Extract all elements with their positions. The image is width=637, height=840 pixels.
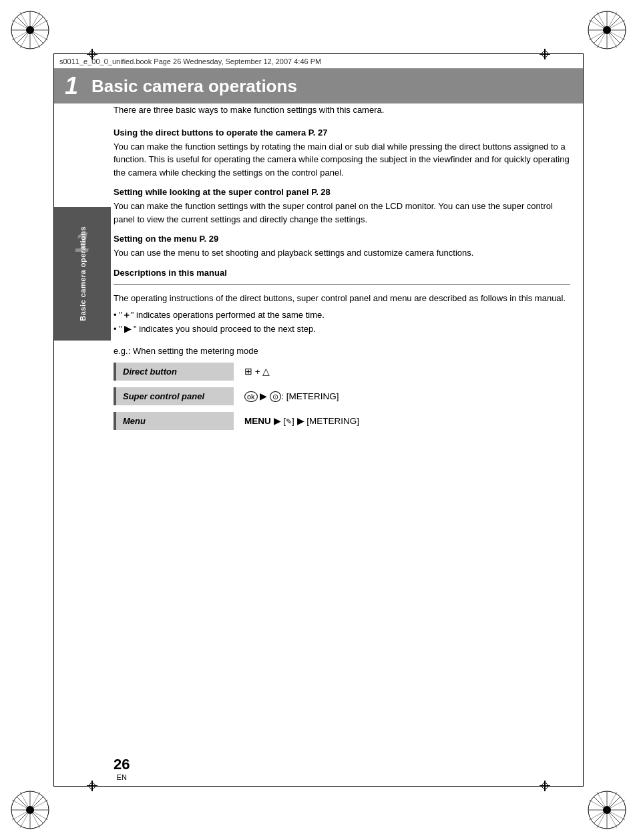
bullet-list: • "＋" indicates operations performed at … bbox=[114, 308, 570, 337]
example-intro: e.g.: When setting the metering mode bbox=[114, 346, 570, 356]
section-super-control: Setting while looking at the super contr… bbox=[114, 187, 570, 226]
direct-button-icon: ⊞ bbox=[244, 366, 252, 377]
descriptions-body: The operating instructions of the direct… bbox=[114, 292, 570, 305]
page-lang-text: EN bbox=[114, 773, 130, 781]
section-2-body: You can make the function settings with … bbox=[114, 200, 570, 226]
scp-icon1: ok bbox=[244, 391, 258, 402]
bullet-2: • " ▶ " indicates you should proceed to … bbox=[114, 323, 570, 337]
operation-rows: Direct button ⊞ + △ Super control panel … bbox=[114, 363, 570, 430]
corner-decoration-tl bbox=[7, 7, 53, 53]
section-menu: Setting on the menu P. 29 You can use th… bbox=[114, 234, 570, 260]
intro-text: There are three basic ways to make funct… bbox=[114, 103, 570, 117]
descriptions-title: Descriptions in this manual bbox=[114, 268, 570, 278]
corner-decoration-tr bbox=[584, 7, 630, 53]
side-tab-label: Basic camera operations bbox=[79, 226, 87, 321]
corner-decoration-bl bbox=[7, 787, 53, 833]
divider bbox=[114, 284, 570, 285]
op-value-menu: MENU ▶ [✎] ▶ [METERING] bbox=[234, 415, 359, 426]
op-value-scp: ok ▶ ⊙: [METERING] bbox=[234, 391, 339, 401]
descriptions-section: Descriptions in this manual The operatin… bbox=[114, 268, 570, 337]
file-info-text: s0011_e_00_0_unified.book Page 26 Wednes… bbox=[59, 57, 321, 65]
op-label-menu-text: Menu bbox=[123, 416, 146, 426]
op-label-direct-text: Direct button bbox=[123, 367, 177, 377]
operation-row-direct: Direct button ⊞ + △ bbox=[114, 363, 570, 381]
scp-icon2: ⊙ bbox=[270, 391, 281, 402]
section-1-body: You can make the function settings by ro… bbox=[114, 140, 570, 180]
crosshair-top-right bbox=[540, 49, 550, 59]
direct-button-icon2: △ bbox=[262, 366, 270, 377]
chapter-number: 1 bbox=[65, 72, 78, 100]
side-tab: 1 Basic camera operations bbox=[54, 207, 111, 341]
op-value-direct: ⊞ + △ bbox=[234, 366, 270, 377]
main-content: There are three basic ways to make funct… bbox=[114, 103, 570, 760]
section-3-body: You can use the menu to set shooting and… bbox=[114, 246, 570, 260]
file-info-bar: s0011_e_00_0_unified.book Page 26 Wednes… bbox=[54, 54, 583, 69]
crosshair-bottom-left bbox=[87, 781, 97, 791]
op-label-scp-text: Super control panel bbox=[123, 391, 204, 401]
chapter-title: Basic camera operations bbox=[91, 76, 297, 97]
section-direct-buttons: Using the direct buttons to operate the … bbox=[114, 128, 570, 180]
bullet-2-text: " ▶ " indicates you should proceed to th… bbox=[119, 324, 316, 334]
crosshair-bottom-right bbox=[540, 781, 550, 791]
section-3-title: Setting on the menu P. 29 bbox=[114, 234, 570, 244]
op-label-direct: Direct button bbox=[114, 363, 234, 381]
chapter-header: 1 Basic camera operations bbox=[54, 69, 583, 103]
bullet-1: • "＋" indicates operations performed at … bbox=[114, 308, 570, 323]
op-label-menu: Menu bbox=[114, 412, 234, 430]
section-2-title: Setting while looking at the super contr… bbox=[114, 187, 570, 197]
operation-row-scp: Super control panel ok ▶ ⊙: [METERING] bbox=[114, 387, 570, 405]
operation-row-menu: Menu MENU ▶ [✎] ▶ [METERING] bbox=[114, 412, 570, 430]
corner-decoration-br bbox=[584, 787, 630, 833]
op-label-scp: Super control panel bbox=[114, 387, 234, 405]
page-number-text: 26 bbox=[114, 756, 130, 773]
section-1-title: Using the direct buttons to operate the … bbox=[114, 128, 570, 138]
crosshair-top-left bbox=[87, 49, 97, 59]
page-number-block: 26 EN bbox=[114, 756, 130, 781]
bullet-1-text: "＋" indicates operations performed at th… bbox=[119, 310, 325, 320]
